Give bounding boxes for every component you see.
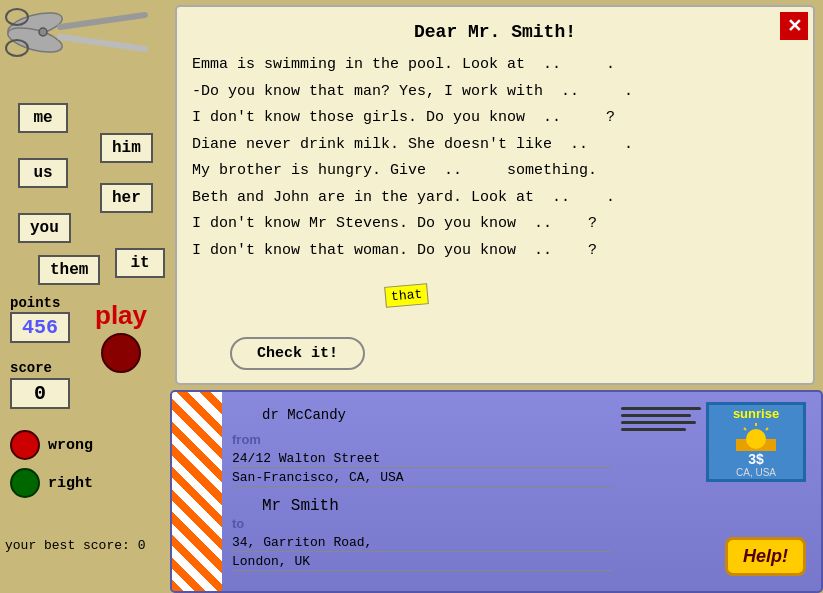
to-name: Mr Smith xyxy=(262,497,612,515)
cancel-line-4 xyxy=(621,428,686,431)
stamp-brand: sunrise xyxy=(733,406,779,421)
word-button-us[interactable]: us xyxy=(18,158,68,188)
word-button-you[interactable]: you xyxy=(18,213,71,243)
svg-line-5 xyxy=(60,15,145,27)
svg-point-8 xyxy=(746,429,766,449)
word-button-it[interactable]: it xyxy=(115,248,165,278)
cancel-line-2 xyxy=(621,414,691,417)
to-line-2: London, UK xyxy=(232,554,612,571)
score-label: score xyxy=(10,360,52,376)
stamp: sunrise 3$ CA, USA xyxy=(706,402,806,482)
scissors-decoration xyxy=(5,5,175,65)
letter-line-8: I don't know that woman. Do you know .. … xyxy=(192,240,798,263)
best-score: your best score: 0 xyxy=(5,538,145,553)
word-button-him[interactable]: him xyxy=(100,133,153,163)
play-circle[interactable] xyxy=(101,333,141,373)
svg-line-6 xyxy=(60,37,145,49)
points-label: points xyxy=(10,295,60,311)
cancel-line-1 xyxy=(621,407,701,410)
letter-line-3: I don't know those girls. Do you know ..… xyxy=(192,107,798,130)
play-label[interactable]: play xyxy=(95,300,147,331)
check-button[interactable]: Check it! xyxy=(230,337,365,370)
envelope: dr McCandy from 24/12 Walton Street San-… xyxy=(170,390,823,593)
play-container: play xyxy=(95,300,147,373)
svg-line-10 xyxy=(766,428,768,430)
word-button-them[interactable]: them xyxy=(38,255,100,285)
points-value: 456 xyxy=(10,312,70,343)
help-button[interactable]: Help! xyxy=(725,537,806,576)
letter-line-4: Diane never drink milk. She doesn't like… xyxy=(192,134,798,157)
to-label: to xyxy=(232,516,262,531)
stamp-sun-icon xyxy=(736,421,776,451)
right-label: right xyxy=(48,475,93,492)
envelope-stripes xyxy=(172,392,222,591)
letter-line-1: Emma is swimming in the pool. Look at ..… xyxy=(192,54,798,77)
stamp-value: 3$ xyxy=(748,451,764,467)
from-label: from xyxy=(232,432,272,447)
wrong-container: wrong xyxy=(10,430,93,460)
stamp-location: CA, USA xyxy=(736,467,776,478)
stamp-cancel-lines xyxy=(621,407,701,431)
svg-line-11 xyxy=(744,428,746,430)
letter-greeting: Dear Mr. Smith! xyxy=(192,22,798,42)
close-button[interactable]: ✕ xyxy=(780,12,808,40)
letter-area: ✕ Dear Mr. Smith! Emma is swimming in th… xyxy=(175,5,815,385)
svg-point-4 xyxy=(39,28,47,36)
cancel-line-3 xyxy=(621,421,696,424)
letter-line-7: I don't know Mr Stevens. Do you know .. … xyxy=(192,213,798,236)
envelope-dr-name: dr McCandy xyxy=(262,407,612,423)
from-line-2: San-Francisco, CA, USA xyxy=(232,470,612,487)
from-line-1: 24/12 Walton Street xyxy=(232,451,612,468)
letter-line-6: Beth and John are in the yard. Look at .… xyxy=(192,187,798,210)
word-button-me[interactable]: me xyxy=(18,103,68,133)
letter-line-2: -Do you know that man? Yes, I work with … xyxy=(192,81,798,104)
letter-line-5: My brother is hungry. Give .. something. xyxy=(192,160,798,183)
word-button-her[interactable]: her xyxy=(100,183,153,213)
right-indicator xyxy=(10,468,40,498)
wrong-label: wrong xyxy=(48,437,93,454)
right-container: right xyxy=(10,468,93,498)
address-area: dr McCandy from 24/12 Walton Street San-… xyxy=(232,407,612,573)
wrong-indicator xyxy=(10,430,40,460)
score-value: 0 xyxy=(10,378,70,409)
to-line-1: 34, Garriton Road, xyxy=(232,535,612,552)
